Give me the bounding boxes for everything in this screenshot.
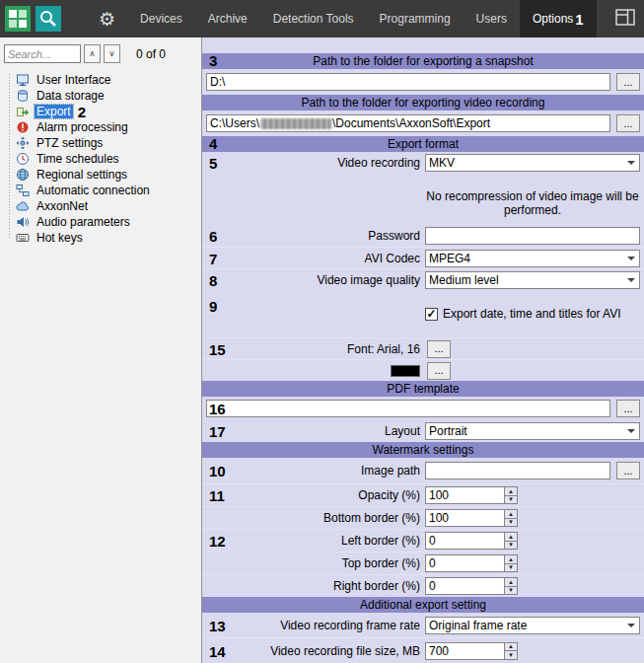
annotation-5: 5 [209, 155, 217, 172]
video-browse-button[interactable]: ... [616, 114, 640, 132]
tree-item-ptz-settings[interactable]: PTZ settings [0, 135, 201, 151]
left-border-spinner [425, 532, 518, 550]
row-font-color: ... [202, 359, 644, 381]
image-path-input[interactable] [425, 462, 610, 479]
snapshot-path-input[interactable] [206, 73, 610, 91]
search-app-icon[interactable] [36, 6, 61, 32]
menu-item-archive[interactable]: Archive [195, 0, 260, 37]
tree-item-automatic-connection[interactable]: Automatic connection [0, 183, 201, 198]
video-quality-dropdown[interactable]: Medium level [425, 271, 640, 289]
bottom-border-input[interactable] [425, 509, 504, 527]
search-prev-button[interactable] [84, 44, 101, 63]
app-grid-icon[interactable] [5, 6, 31, 32]
top-border-label: Top border (%) [202, 556, 425, 570]
settings-tree: User Interface Data storage Export 2 Ala… [0, 72, 201, 246]
no-recompression-note: No recompression of video image will be … [425, 182, 644, 217]
image-browse-button[interactable]: ... [616, 462, 640, 479]
menu-item-detection-tools[interactable]: Detection Tools [260, 0, 367, 37]
layout-label: Layout [202, 424, 425, 438]
pdf-browse-button[interactable]: ... [616, 400, 640, 417]
bottom-border-down-button[interactable] [505, 518, 517, 527]
tree-item-audio-parameters[interactable]: Audio parameters [0, 214, 201, 230]
right-border-input[interactable] [425, 577, 504, 595]
opacity-down-button[interactable] [505, 495, 517, 504]
row-avi-codec: 7 AVI Codec MPEG4 [202, 247, 644, 268]
section-header-label: Export format [388, 137, 459, 151]
chevron-down-icon [627, 161, 635, 165]
password-input[interactable] [425, 227, 640, 245]
avi-codec-dropdown[interactable]: MPEG4 [425, 250, 640, 267]
top-border-up-button[interactable] [505, 555, 517, 563]
file-size-up-button[interactable] [505, 643, 517, 651]
menu-item-options[interactable]: Options 1 [520, 0, 597, 37]
file-size-down-button[interactable] [505, 650, 517, 659]
tree-item-data-storage[interactable]: Data storage [0, 88, 201, 104]
tree-item-label: Alarm processing [35, 120, 130, 134]
bottom-border-spinner [425, 509, 518, 527]
row-video-recording-format: 5 Video recording MKV [202, 152, 644, 174]
pdf-template-input[interactable] [206, 400, 610, 417]
tree-item-user-interface[interactable]: User Interface [0, 72, 201, 88]
export-date-checkbox[interactable] [425, 308, 438, 321]
right-border-up-button[interactable] [505, 578, 517, 586]
font-browse-button[interactable]: ... [427, 340, 451, 358]
left-border-up-button[interactable] [505, 533, 517, 541]
font-label: Font: Arial, 16 [202, 342, 425, 356]
tree-item-alarm-processing[interactable]: Alarm processing [0, 119, 201, 135]
annotation-1: 1 [575, 11, 583, 28]
row-pdf-template: 16 ... [202, 397, 644, 420]
video-path-suffix: \Documents\AxxonSoft\Export [332, 116, 490, 130]
bottom-border-up-button[interactable] [505, 510, 517, 518]
dropdown-value: MPEG4 [429, 252, 470, 265]
tree-item-time-schedules[interactable]: Time schedules [0, 151, 201, 167]
annotation-12: 12 [209, 533, 226, 550]
gear-icon[interactable] [99, 8, 115, 31]
tree-item-regional-settings[interactable]: Regional settings [0, 167, 201, 183]
color-browse-button[interactable]: ... [427, 362, 451, 380]
right-border-down-button[interactable] [505, 586, 517, 595]
section-header-additional: Additional export setting [202, 597, 644, 613]
search-input[interactable] [4, 44, 81, 63]
bottom-border-label: Bottom border (%) [202, 511, 425, 525]
annotation-15: 15 [209, 340, 226, 357]
top-border-spinner [425, 554, 518, 572]
opacity-input[interactable] [425, 486, 504, 504]
annotation-8: 8 [209, 271, 217, 288]
frame-rate-dropdown[interactable]: Original frame rate [425, 617, 640, 634]
section-header-export-format: 4 Export format [202, 136, 644, 152]
cloud-icon [16, 199, 30, 213]
file-size-input[interactable] [425, 642, 504, 660]
menu-item-users[interactable]: Users [464, 0, 520, 37]
top-border-down-button[interactable] [505, 563, 517, 572]
main-menu: Devices Archive Detection Tools Programm… [127, 0, 597, 37]
video-recording-label: Video recording [202, 156, 425, 170]
tree-item-axxonnet[interactable]: AxxonNet [0, 198, 201, 214]
row-bottom-border: Bottom border (%) [202, 506, 644, 529]
top-border-input[interactable] [425, 554, 504, 572]
layout-dropdown[interactable]: Portrait [425, 422, 640, 440]
left-border-down-button[interactable] [505, 541, 517, 550]
menu-item-devices[interactable]: Devices [127, 0, 195, 37]
application-window: Devices Archive Detection Tools Programm… [0, 0, 644, 37]
row-export-date-checkbox: 9 Export date, time and titles for AVI [202, 290, 644, 337]
sidebar-searchbar: 0 of 0 [0, 37, 201, 67]
annotation-17: 17 [209, 423, 226, 440]
font-color-swatch [391, 365, 420, 377]
export-date-checkbox-label[interactable]: Export date, time and titles for AVI [443, 307, 621, 321]
tree-item-export[interactable]: Export 2 [0, 104, 201, 119]
menu-item-programming[interactable]: Programming [367, 0, 464, 37]
dropdown-value: Original frame rate [429, 619, 527, 632]
video-path-input[interactable]: C:\Users\\Documents\AxxonSoft\Export [206, 114, 610, 132]
monitor-icon [16, 73, 30, 87]
opacity-up-button[interactable] [505, 487, 517, 495]
video-path-prefix: C:\Users\ [210, 116, 259, 130]
left-border-input[interactable] [425, 532, 504, 550]
tree-item-label: Hot keys [35, 231, 85, 245]
search-next-button[interactable] [104, 44, 120, 63]
video-recording-format-dropdown[interactable]: MKV [425, 154, 640, 172]
tree-item-hot-keys[interactable]: Hot keys [0, 230, 201, 246]
tree-item-label: Regional settings [35, 168, 129, 182]
section-header-watermark: Watermark settings [202, 442, 644, 458]
snapshot-browse-button[interactable]: ... [616, 73, 640, 91]
layout-panel-icon[interactable] [615, 9, 635, 30]
